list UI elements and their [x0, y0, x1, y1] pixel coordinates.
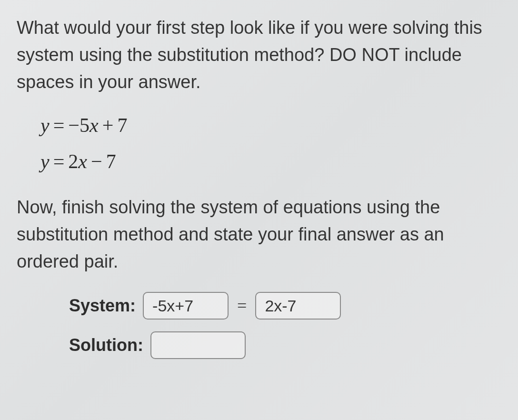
eq1-equals: =	[53, 114, 65, 136]
system-answer-row: System: -5x+7 = 2x-7	[17, 292, 501, 320]
eq1-const: 7	[117, 114, 127, 136]
eq2-op: −	[91, 150, 102, 172]
eq2-var: x	[78, 150, 87, 172]
eq1-lhs: y	[40, 114, 50, 136]
solution-label: Solution:	[69, 335, 143, 355]
question-text-part1: What would your first step look like if …	[17, 14, 501, 96]
eq1-op: +	[102, 114, 114, 136]
equation-2: y=2x−7	[40, 144, 501, 180]
eq2-const: 7	[106, 150, 116, 172]
solution-answer-row: Solution:	[17, 331, 501, 359]
equation-system: y=−5x+7 y=2x−7	[17, 108, 501, 180]
equals-sign: =	[237, 296, 247, 316]
system-label: System:	[69, 296, 136, 316]
eq1-coef: −5	[68, 114, 90, 136]
equation-1: y=−5x+7	[40, 108, 501, 144]
eq2-equals: =	[53, 150, 65, 172]
solution-input[interactable]	[150, 331, 246, 359]
question-text-part2: Now, finish solving the system of equati…	[17, 194, 501, 275]
eq2-lhs: y	[40, 150, 50, 172]
system-input-1[interactable]: -5x+7	[143, 292, 229, 320]
system-input-2[interactable]: 2x-7	[255, 292, 341, 320]
eq1-var: x	[90, 114, 99, 136]
eq2-coef: 2	[68, 150, 78, 172]
